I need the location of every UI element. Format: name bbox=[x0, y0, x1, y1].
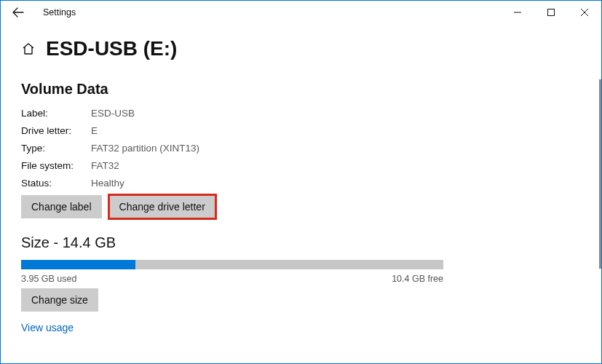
row-label: Label: ESD-USB bbox=[21, 108, 581, 119]
free-label: 10.4 GB free bbox=[392, 274, 443, 284]
label-value: ESD-USB bbox=[91, 108, 135, 119]
size-bar-labels: 3.95 GB used 10.4 GB free bbox=[21, 274, 443, 284]
volume-data-grid: Label: ESD-USB Drive letter: E Type: FAT… bbox=[21, 108, 581, 189]
content-area: ESD-USB (E:) Volume Data Label: ESD-USB … bbox=[1, 24, 601, 363]
volume-data-heading: Volume Data bbox=[21, 81, 581, 98]
minimize-button[interactable] bbox=[501, 1, 534, 24]
filesystem-key: File system: bbox=[21, 160, 91, 171]
page-title: ESD-USB (E:) bbox=[46, 37, 177, 60]
home-icon-svg bbox=[21, 41, 36, 56]
label-key: Label: bbox=[21, 108, 91, 119]
close-icon bbox=[581, 9, 588, 16]
close-button[interactable] bbox=[568, 1, 601, 24]
back-button[interactable] bbox=[7, 1, 30, 24]
minimize-icon bbox=[514, 9, 521, 16]
change-size-button[interactable]: Change size bbox=[21, 288, 98, 312]
drive-letter-key: Drive letter: bbox=[21, 125, 91, 136]
size-section: Size - 14.4 GB 3.95 GB used 10.4 GB free… bbox=[21, 234, 581, 334]
maximize-icon bbox=[547, 9, 555, 16]
arrow-left-icon bbox=[12, 7, 24, 18]
view-usage-link[interactable]: View usage bbox=[21, 322, 74, 333]
type-key: Type: bbox=[21, 143, 91, 154]
drive-letter-value: E bbox=[91, 125, 98, 136]
size-bar bbox=[21, 260, 443, 269]
filesystem-value: FAT32 bbox=[91, 160, 119, 171]
svg-rect-1 bbox=[548, 9, 555, 16]
row-type: Type: FAT32 partition (XINT13) bbox=[21, 143, 581, 154]
size-bar-fill bbox=[21, 260, 135, 269]
volume-button-row: Change label Change drive letter bbox=[21, 195, 581, 218]
row-filesystem: File system: FAT32 bbox=[21, 160, 581, 171]
home-icon[interactable] bbox=[21, 41, 36, 56]
window-controls bbox=[501, 1, 601, 24]
window-title: Settings bbox=[43, 7, 76, 17]
size-heading: Size - 14.4 GB bbox=[21, 234, 581, 251]
maximize-button[interactable] bbox=[534, 1, 568, 24]
size-button-row: Change size bbox=[21, 288, 581, 312]
page-header: ESD-USB (E:) bbox=[21, 37, 581, 60]
row-drive-letter: Drive letter: E bbox=[21, 125, 581, 136]
change-label-button[interactable]: Change label bbox=[21, 195, 102, 218]
type-value: FAT32 partition (XINT13) bbox=[91, 143, 199, 154]
status-key: Status: bbox=[21, 178, 91, 189]
change-drive-letter-button[interactable]: Change drive letter bbox=[109, 195, 215, 218]
status-value: Healthy bbox=[91, 178, 124, 189]
scrollbar[interactable] bbox=[599, 79, 601, 269]
used-label: 3.95 GB used bbox=[21, 274, 76, 284]
row-status: Status: Healthy bbox=[21, 178, 581, 189]
